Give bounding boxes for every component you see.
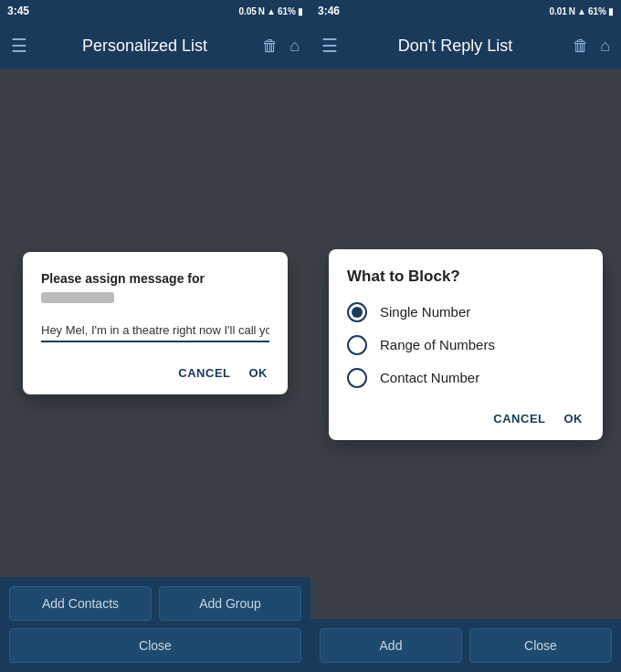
close-button-left[interactable]: Close <box>9 628 301 663</box>
block-dialog-title: What to Block? <box>347 268 584 286</box>
radio-contact-icon <box>347 368 367 388</box>
radio-single-icon <box>347 302 367 322</box>
content-area-left: Please assign message for CANCEL OK <box>0 69 310 577</box>
redacted-name <box>41 292 114 303</box>
status-icons-right: 0.01 N ▲ 61% ▮ <box>549 6 614 16</box>
network-icon-right: N <box>569 6 575 16</box>
add-contacts-button[interactable]: Add Contacts <box>9 586 152 621</box>
close-button-right[interactable]: Close <box>469 628 612 663</box>
bottom-row-right: Add Close <box>320 628 612 663</box>
assign-message-dialog: Please assign message for CANCEL OK <box>23 252 288 394</box>
page-title-right: Don't Reply List <box>349 37 562 56</box>
signal-text-left: 0.05 <box>238 6 256 16</box>
content-area-right: What to Block? Single Number Range of Nu… <box>310 69 621 619</box>
radio-range-label: Range of Numbers <box>380 337 495 352</box>
bottom-row-top: Add Contacts Add Group <box>9 586 301 621</box>
ok-button-left[interactable]: OK <box>247 362 270 383</box>
left-panel: 3:45 0.05 N ▲ 61% ▮ ☰ Personalized List … <box>0 0 310 672</box>
battery-icon-right: ▮ <box>608 6 614 16</box>
ok-button-right[interactable]: OK <box>563 408 585 429</box>
add-button-right[interactable]: Add <box>320 628 462 663</box>
page-title-left: Personalized List <box>38 37 251 56</box>
network-icon: N <box>258 6 265 16</box>
radio-single-label: Single Number <box>380 304 470 320</box>
wifi-icon-right: ▲ <box>577 6 586 16</box>
add-group-button[interactable]: Add Group <box>159 586 301 621</box>
home-icon-right[interactable]: ⌂ <box>600 37 610 56</box>
radio-range-icon <box>347 335 367 355</box>
trash-icon-left[interactable]: 🗑 <box>262 37 279 56</box>
radio-option-contact[interactable]: Contact Number <box>347 368 584 388</box>
cancel-button-left[interactable]: CANCEL <box>176 362 232 383</box>
action-icons-right: 🗑 ⌂ <box>573 37 610 56</box>
status-bar-left: 3:45 0.05 N ▲ 61% ▮ <box>0 0 310 22</box>
status-icons-left: 0.05 N ▲ 61% ▮ <box>238 6 303 16</box>
battery-right: 61% <box>588 6 606 16</box>
menu-icon-right[interactable]: ☰ <box>321 35 338 57</box>
dialog-actions-left: CANCEL OK <box>41 359 269 383</box>
top-bar-left: ☰ Personalized List 🗑 ⌂ <box>0 22 310 69</box>
action-icons-left: 🗑 ⌂ <box>262 37 300 56</box>
overlay-left: Please assign message for CANCEL OK <box>0 69 310 577</box>
status-bar-right: 3:46 0.01 N ▲ 61% ▮ <box>310 0 621 22</box>
battery-left: 61% <box>278 6 296 16</box>
bottom-bar-left: Add Contacts Add Group Close <box>0 577 310 672</box>
overlay-right: What to Block? Single Number Range of Nu… <box>310 69 621 619</box>
time-right: 3:46 <box>318 5 340 17</box>
time-left: 3:45 <box>7 5 29 17</box>
trash-icon-right[interactable]: 🗑 <box>573 37 589 56</box>
radio-option-single[interactable]: Single Number <box>347 302 584 322</box>
top-bar-right: ☰ Don't Reply List 🗑 ⌂ <box>310 22 621 69</box>
bottom-bar-right: Add Close <box>310 619 621 672</box>
signal-text-right: 0.01 <box>549 6 566 16</box>
battery-icon-left: ▮ <box>298 6 303 16</box>
message-input[interactable] <box>41 320 269 342</box>
home-icon-left[interactable]: ⌂ <box>289 37 300 56</box>
dialog-title-left: Please assign message for <box>41 270 269 306</box>
wifi-icon: ▲ <box>267 6 276 16</box>
cancel-button-right[interactable]: CANCEL <box>491 408 547 429</box>
bottom-row-close: Close <box>9 628 301 663</box>
radio-option-range[interactable]: Range of Numbers <box>347 335 584 355</box>
block-dialog-actions: CANCEL OK <box>347 401 584 429</box>
radio-contact-label: Contact Number <box>380 370 479 385</box>
right-panel: 3:46 0.01 N ▲ 61% ▮ ☰ Don't Reply List 🗑… <box>310 0 621 672</box>
what-to-block-dialog: What to Block? Single Number Range of Nu… <box>329 249 603 440</box>
menu-icon-left[interactable]: ☰ <box>11 35 27 57</box>
